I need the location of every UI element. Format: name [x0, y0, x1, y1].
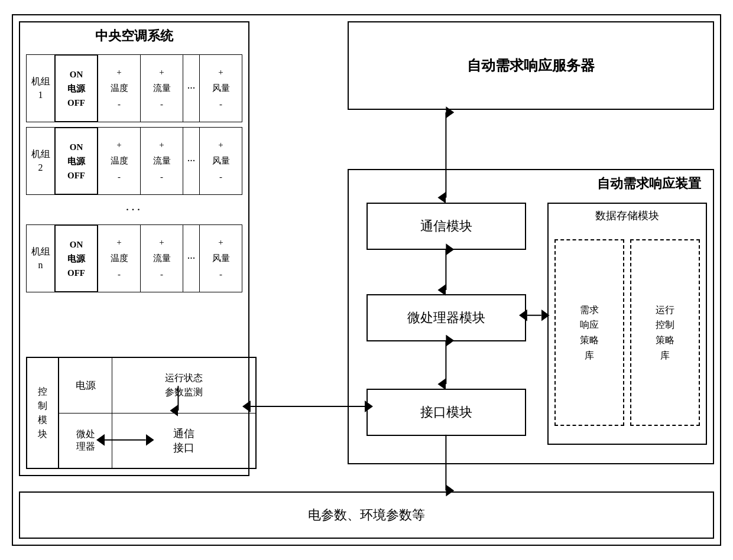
control-comm-box: 通信接口	[112, 414, 255, 468]
unit-row-n: 机组n ON电源OFF +温度- +流量- ··· +风量-	[26, 224, 242, 292]
data-storage-box: 数据存储模块 需求响应策略库 运行控制策略库	[547, 203, 707, 445]
mcu-module-label: 微处理器模块	[407, 309, 485, 327]
data-store-demand: 需求响应策略库	[554, 239, 624, 426]
control-top-row: 电源 运行状态参数监测	[59, 358, 255, 414]
unit-param-flow-2: +流量-	[140, 128, 183, 194]
iface-module-box: 接口模块	[367, 389, 526, 436]
unit-param-temp-n: +温度-	[98, 225, 140, 292]
unit-param-wind-n: +风量-	[199, 225, 242, 292]
unit-param-flow-1: +流量-	[140, 55, 183, 122]
adr-device-title: 自动需求响应装置	[597, 175, 701, 193]
unit-dots-1: ···	[183, 55, 199, 122]
bottom-panel-text: 电参数、环境参数等	[308, 506, 425, 524]
bottom-panel: 电参数、环境参数等	[19, 491, 714, 539]
unit-param-wind-1: +风量-	[199, 55, 242, 122]
comm-module-box: 通信模块	[367, 203, 526, 250]
unit-label-2: 机组2	[27, 128, 55, 194]
control-mcu-box: 微处理器	[59, 414, 112, 468]
unit-param-group-n: +温度- +流量- ··· +风量-	[98, 225, 242, 292]
control-monitor-box: 运行状态参数监测	[112, 358, 255, 413]
unit-label-1: 机组1	[27, 55, 55, 122]
unit-param-temp-1: +温度-	[98, 55, 140, 122]
control-power-box: 电源	[59, 358, 112, 413]
unit-row-2: 机组2 ON电源OFF +温度- +流量- ··· +风量-	[26, 127, 242, 195]
data-storage-title: 数据存储模块	[549, 204, 706, 227]
unit-param-temp-2: +温度-	[98, 128, 140, 194]
unit-param-flow-n: +流量-	[140, 225, 183, 292]
server-title: 自动需求响应服务器	[467, 56, 595, 75]
control-module: 控制模块 电源 运行状态参数监测 微处理器 通信接口	[26, 357, 257, 469]
control-bottom-row: 微处理器 通信接口	[59, 414, 255, 468]
left-panel-title: 中央空调系统	[20, 22, 248, 50]
mcu-module-box: 微处理器模块	[367, 294, 526, 341]
data-store-control: 运行控制策略库	[630, 239, 700, 426]
unit-param-group-2: +温度- +流量- ··· +风量-	[98, 128, 242, 194]
unit-power-2: ON电源OFF	[55, 128, 98, 194]
comm-module-label: 通信模块	[420, 217, 472, 235]
control-module-label: 控制模块	[27, 358, 59, 468]
server-box: 自动需求响应服务器	[348, 21, 714, 110]
unit-dots-n: ···	[183, 225, 199, 292]
adr-device-box: 自动需求响应装置 通信模块 微处理器模块 接口模块 数据存储模块 需求响应策略库…	[348, 169, 714, 464]
unit-row-1: 机组1 ON电源OFF +温度- +流量- ··· +风量-	[26, 54, 242, 122]
data-storage-inner: 需求响应策略库 运行控制策略库	[549, 227, 706, 438]
left-panel: 中央空调系统 机组1 ON电源OFF +温度- +流量- ··· +风量- 机组…	[19, 21, 249, 476]
units-ellipsis: ···	[20, 200, 248, 220]
control-inner: 电源 运行状态参数监测 微处理器 通信接口	[59, 358, 255, 468]
unit-label-n: 机组n	[27, 225, 55, 292]
unit-power-1: ON电源OFF	[55, 55, 98, 122]
iface-module-label: 接口模块	[420, 403, 472, 421]
main-diagram: 中央空调系统 机组1 ON电源OFF +温度- +流量- ··· +风量- 机组…	[12, 14, 721, 546]
unit-dots-2: ···	[183, 128, 199, 194]
unit-power-n: ON电源OFF	[55, 225, 98, 292]
unit-param-group-1: +温度- +流量- ··· +风量-	[98, 55, 242, 122]
unit-param-wind-2: +风量-	[199, 128, 242, 194]
